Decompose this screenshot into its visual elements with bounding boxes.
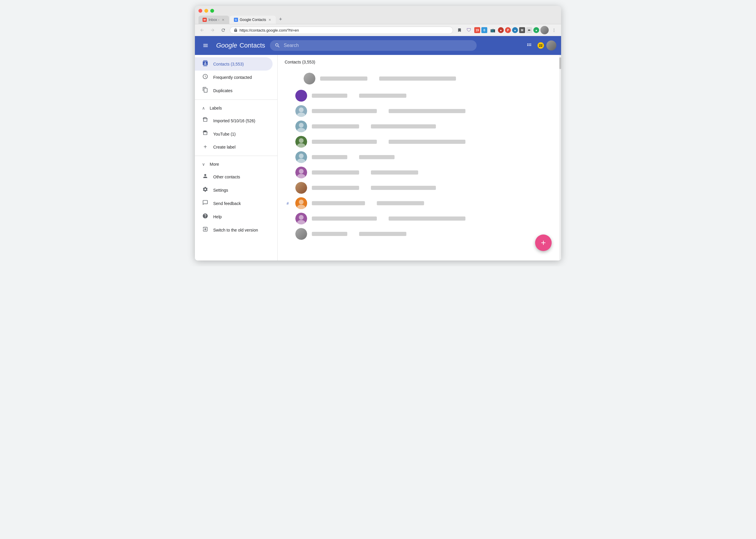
table-row[interactable] — [277, 226, 561, 242]
table-row[interactable] — [277, 88, 561, 103]
sidebar-item-duplicates[interactable]: Duplicates — [195, 84, 272, 97]
sidebar-item-other-contacts[interactable]: Other contacts — [195, 170, 272, 184]
add-contact-fab[interactable] — [535, 235, 552, 251]
ext-icon-5[interactable]: ● — [512, 27, 518, 33]
apps-grid-button[interactable] — [523, 39, 535, 51]
sidebar-item-switch-version[interactable]: Switch to the old version — [195, 223, 272, 237]
contact-name-blur — [312, 170, 359, 175]
contact-info — [312, 216, 554, 221]
ext-icon-green[interactable]: ● — [533, 27, 539, 33]
more-chevron-icon: ∨ — [202, 162, 205, 167]
ext-icon-3[interactable]: ● — [498, 27, 504, 33]
sidebar-youtube-label: YouTube (1) — [213, 132, 236, 136]
app-header: Google Contacts 22 — [195, 36, 561, 55]
forward-button[interactable] — [208, 26, 217, 34]
close-button[interactable] — [198, 9, 202, 13]
refresh-button[interactable] — [219, 26, 227, 34]
svg-point-4 — [299, 123, 304, 127]
search-bar[interactable] — [270, 40, 477, 51]
ext-icon-4[interactable]: P — [505, 27, 511, 33]
scrollbar-track[interactable] — [559, 55, 561, 261]
bookmark-icon[interactable] — [455, 26, 464, 34]
more-header-text: More — [210, 162, 219, 167]
send-feedback-label: Send feedback — [213, 201, 241, 206]
contact-detail-blur — [379, 76, 456, 81]
sidebar-item-create-label[interactable]: + Create label — [195, 141, 277, 153]
table-row[interactable] — [277, 211, 561, 226]
tab-contacts[interactable]: G Google Contacts ✕ — [230, 16, 276, 24]
tab-contacts-close[interactable]: ✕ — [268, 18, 272, 22]
back-button[interactable] — [198, 26, 206, 34]
table-row[interactable] — [277, 119, 561, 134]
tab-gmail-close[interactable]: ✕ — [221, 18, 225, 22]
help-icon — [202, 213, 208, 220]
svg-point-16 — [299, 200, 304, 204]
notification-badge[interactable]: 22 — [538, 42, 544, 49]
tab-gmail-label: Inbox - — [208, 18, 219, 22]
more-options-icon[interactable]: ⋮ — [550, 26, 558, 34]
contact-detail-blur — [371, 124, 436, 128]
sidebar-item-imported[interactable]: Imported 5/10/16 (526) — [195, 114, 277, 127]
contact-name-blur — [312, 232, 347, 236]
table-row[interactable] — [277, 134, 561, 149]
ext-icon-2[interactable]: 0 — [481, 27, 487, 33]
hamburger-menu-button[interactable] — [200, 39, 211, 51]
sidebar-item-settings[interactable]: Settings — [195, 184, 272, 197]
help-label: Help — [213, 214, 222, 219]
table-row[interactable] — [277, 180, 561, 195]
sidebar-item-send-feedback[interactable]: Send feedback — [195, 197, 272, 210]
new-tab-button[interactable]: + — [276, 15, 285, 23]
contact-detail-blur — [377, 201, 424, 205]
table-row[interactable] — [277, 103, 561, 119]
contact-info — [312, 109, 554, 113]
ext-icon-6[interactable]: M — [519, 27, 525, 33]
svg-point-10 — [299, 154, 304, 158]
row-index-hash: # — [285, 201, 291, 205]
sidebar-item-help[interactable]: Help — [195, 210, 272, 223]
create-label-text: Create label — [213, 145, 236, 149]
avatar — [295, 105, 307, 117]
user-avatar[interactable] — [546, 40, 556, 50]
logo-google-text: Google — [216, 41, 237, 49]
ext-icon-1[interactable]: 19 — [474, 27, 480, 33]
logo-contacts-text: Contacts — [240, 41, 265, 49]
contact-detail-blur — [389, 140, 465, 144]
sidebar-item-youtube[interactable]: YouTube (1) — [195, 127, 277, 141]
switch-version-label: Switch to the old version — [213, 228, 258, 232]
browser-window: M Inbox - ✕ G Google Contacts ✕ + https:… — [195, 6, 561, 261]
address-bar[interactable]: https://contacts.google.com/?hl=en — [230, 27, 453, 34]
sidebar-imported-label: Imported 5/10/16 (526) — [213, 118, 255, 123]
contact-detail-blur — [359, 232, 406, 236]
profile-icon[interactable] — [540, 26, 549, 34]
contact-info — [320, 76, 554, 81]
sidebar-divider-1 — [195, 100, 277, 100]
sidebar-item-contacts[interactable]: Contacts (3,553) — [195, 57, 272, 71]
contact-info — [312, 94, 554, 98]
svg-point-13 — [299, 169, 304, 174]
table-row[interactable] — [277, 165, 561, 180]
feedback-icon — [202, 200, 208, 207]
table-row[interactable] — [277, 69, 561, 88]
search-input[interactable] — [284, 43, 472, 48]
label-icon-1 — [202, 117, 208, 124]
contact-info — [312, 186, 554, 190]
sidebar-divider-2 — [195, 156, 277, 156]
contact-name-blur — [320, 76, 367, 81]
labels-section-header[interactable]: ∧ Labels — [195, 102, 277, 114]
table-row[interactable]: # — [277, 195, 561, 211]
cast-icon[interactable]: 📺 — [489, 26, 497, 34]
sidebar-item-frequently-contacted[interactable]: Frequently contacted — [195, 71, 272, 84]
maximize-button[interactable] — [210, 9, 214, 13]
scrollbar-thumb[interactable] — [559, 57, 561, 69]
minimize-button[interactable] — [204, 9, 208, 13]
settings-label: Settings — [213, 188, 228, 193]
avatar — [295, 120, 307, 132]
more-section-header[interactable]: ∨ More — [195, 158, 277, 170]
ext-icon-7[interactable]: ✏ — [526, 27, 532, 33]
shield-icon[interactable]: 🛡 — [465, 26, 473, 34]
tab-gmail[interactable]: M Inbox - ✕ — [198, 16, 229, 24]
app-body: Contacts (3,553) Frequently contacted Du… — [195, 55, 561, 261]
table-row[interactable] — [277, 149, 561, 165]
contact-name-blur — [312, 216, 377, 221]
avatar — [295, 197, 307, 209]
